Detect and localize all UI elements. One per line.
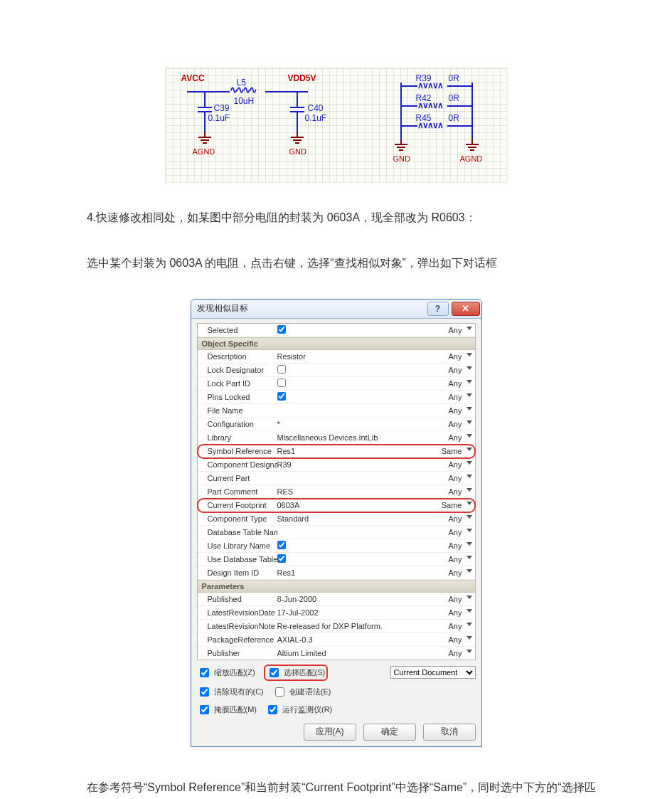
wire — [204, 91, 206, 107]
wire — [447, 85, 471, 87]
gnd-symbol — [394, 139, 408, 151]
row-design-item-id[interactable]: Design Item ID Res1 Any — [198, 566, 475, 580]
wire — [471, 83, 473, 139]
wire — [400, 125, 417, 127]
mask-match-checkbox[interactable]: 掩膜匹配(M) — [197, 703, 257, 716]
row-description[interactable]: Description Resistor Any — [198, 350, 475, 364]
section-parameters: Parameters — [198, 580, 475, 593]
res-r45: ∧∨∧∨∧ — [417, 122, 442, 129]
net-gnd1: GND — [289, 148, 306, 156]
cancel-button[interactable]: 取消 — [423, 724, 476, 741]
options-row-1: 缩放匹配(Z) 选择匹配(S) Current Document — [197, 665, 476, 681]
ok-button[interactable]: 确定 — [363, 724, 416, 741]
net-agnd2: AGND — [460, 155, 483, 163]
res-r39: ∧∨∧∨∧ — [417, 83, 442, 90]
zoom-match-checkbox[interactable]: 缩放匹配(Z) — [197, 666, 255, 679]
row-latest-revision-date[interactable]: LatestRevisionDate 17-Jul-2002 Any — [198, 606, 475, 620]
val-r42: 0R — [449, 94, 459, 102]
ref-r39: R39 — [416, 74, 432, 83]
row-use-library-name[interactable]: Use Library Name Any — [198, 539, 475, 553]
create-expression-checkbox[interactable]: 创建语法(E) — [272, 685, 331, 699]
row-package-reference[interactable]: PackageReference AXIAL-0.3 Any — [198, 633, 475, 647]
row-configuration[interactable]: Configuration * Any — [198, 418, 475, 431]
val-l5: 10uH — [234, 97, 255, 105]
wire — [400, 83, 402, 139]
paragraph-1: 4.快速修改相同处，如某图中部分电阻的封装为 0603A，现全部改为 R0603… — [64, 207, 608, 228]
cap-c40 — [290, 107, 304, 112]
gnd-symbol — [290, 132, 304, 144]
wire — [400, 105, 417, 107]
row-lock-designator[interactable]: Lock Designator Any — [198, 364, 475, 377]
wire — [204, 112, 206, 132]
row-component-designator[interactable]: Component Designator R39 Any — [198, 458, 475, 472]
row-publisher[interactable]: Publisher Altium Limited Any — [198, 647, 475, 660]
row-library[interactable]: Library Miscellaneous Devices.IntLib Any — [198, 431, 475, 445]
close-button[interactable]: ✕ — [452, 302, 480, 316]
net-avcc: AVCC — [181, 74, 205, 83]
options-row-2: 清除现有的(C) 创建语法(E) — [197, 685, 476, 699]
apply-button[interactable]: 应用(A) — [304, 724, 356, 741]
paragraph-3: 在参考符号“Symbol Reference”和当前封装“Current Foo… — [64, 777, 608, 799]
gnd-symbol — [465, 139, 479, 151]
ref-c40: C40 — [308, 104, 324, 112]
run-inspector-checkbox[interactable]: 运行监测仪(R) — [265, 703, 332, 716]
net-gnd2: GND — [393, 155, 410, 163]
net-agnd1: AGND — [193, 148, 215, 156]
net-vdd5v: VDD5V — [288, 74, 316, 83]
dialog-titlebar[interactable]: 发现相似目标 ? ✕ — [191, 300, 481, 319]
val-c40: 0.1uF — [305, 114, 327, 122]
help-button[interactable]: ? — [427, 302, 449, 316]
row-current-part[interactable]: Current Part Any — [198, 472, 475, 485]
row-component-type[interactable]: Component Type Standard Any — [198, 512, 475, 526]
val-r39: 0R — [449, 74, 459, 83]
section-object-specific: Object Specific — [198, 337, 475, 350]
clear-existing-checkbox[interactable]: 清除现有的(C) — [197, 685, 264, 699]
scope-select[interactable]: Current Document — [390, 666, 476, 679]
row-file-name[interactable]: File Name Any — [198, 404, 475, 418]
pins-locked-checkbox[interactable] — [277, 392, 286, 401]
inductor-l5: ∿∿∿∿ — [230, 87, 255, 95]
ref-r42: R42 — [416, 94, 432, 102]
row-current-footprint[interactable]: Current Footprint 0603A Same — [198, 499, 475, 512]
properties-grid[interactable]: Selected Any Object Specific Description… — [197, 323, 476, 660]
wire — [447, 125, 471, 127]
ref-r45: R45 — [416, 114, 432, 122]
val-r45: 0R — [449, 114, 459, 122]
row-pins-locked[interactable]: Pins Locked Any — [198, 391, 475, 404]
row-lock-part-id[interactable]: Lock Part ID Any — [198, 377, 475, 391]
row-use-database-table-name[interactable]: Use Database Table Na Any — [198, 553, 475, 566]
ref-l5: L5 — [237, 78, 246, 87]
wire — [400, 85, 417, 87]
ref-c39: C39 — [214, 104, 230, 112]
row-latest-revision-note[interactable]: LatestRevisionNote Re-released for DXP P… — [198, 620, 475, 633]
use-db-table-checkbox[interactable] — [277, 554, 286, 563]
select-match-checkbox[interactable]: 选择匹配(S) — [264, 665, 329, 681]
selected-checkbox[interactable] — [277, 325, 286, 334]
paragraph-2: 选中某个封装为 0603A 的电阻，点击右键，选择“查找相似对象”，弹出如下对话… — [64, 253, 608, 274]
options-row-3: 掩膜匹配(M) 运行监测仪(R) — [197, 703, 476, 716]
lock-designator-checkbox[interactable] — [277, 365, 286, 374]
find-similar-dialog: 发现相似目标 ? ✕ Selected Any Object Specific … — [191, 299, 482, 747]
val-c39: 0.1uF — [208, 114, 230, 122]
row-database-table-name[interactable]: Database Table Name Any — [198, 526, 475, 539]
row-symbol-reference[interactable]: Symbol Reference Res1 Same — [198, 445, 475, 458]
dialog-title: 发现相似目标 — [197, 302, 248, 314]
row-selected[interactable]: Selected Any — [198, 324, 475, 337]
row-published[interactable]: Published 8-Jun-2000 Any — [198, 593, 475, 606]
gnd-symbol — [198, 132, 212, 144]
schematic-figure: AVCC VDD5V ∿∿∿∿ L5 10uH C39 0.1uF C40 0.… — [165, 68, 508, 183]
use-library-name-checkbox[interactable] — [277, 541, 286, 549]
dialog-buttons: 应用(A) 确定 取消 — [197, 724, 476, 741]
cap-c39 — [198, 107, 212, 112]
wire — [265, 91, 308, 92]
res-r42: ∧∨∧∨∧ — [417, 102, 442, 110]
lock-partid-checkbox[interactable] — [277, 379, 286, 387]
wire — [447, 105, 471, 107]
row-part-comment[interactable]: Part Comment RES Any — [198, 485, 475, 499]
wire — [297, 91, 298, 107]
wire — [297, 112, 298, 132]
wire — [187, 91, 230, 92]
